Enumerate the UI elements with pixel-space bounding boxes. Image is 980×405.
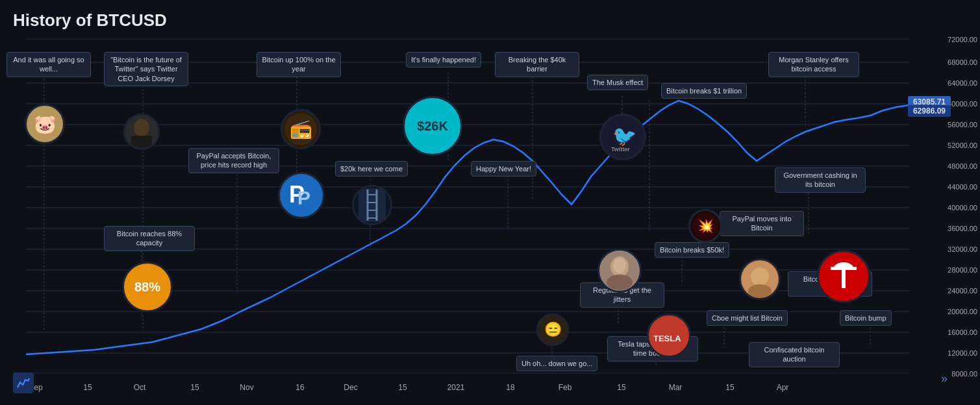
annotation-paypal-accepts: PayPal accepts Bitcoin, price hits recor… [188,148,279,173]
x-label-mar: Mar [669,383,683,392]
svg-rect-44 [358,188,386,222]
annotation-bitcoin-bump: Bitcoin bump [840,310,892,326]
x-label-15b: 15 [190,383,199,392]
circle-icon-88pct: 88% [122,262,173,312]
y-label-28000: 28000.00 [948,266,977,274]
svg-point-63 [748,284,772,297]
y-label-16000: 16000.00 [948,328,977,336]
annotation-40k-barrier: Breaking the $40k barrier [495,52,579,77]
annotation-confiscated-auction: Confiscated bitcoin auction [749,342,840,367]
annotation-paypal-into: PayPal moves into Bitcoin [720,211,804,236]
y-label-52000: 52000.00 [948,141,977,149]
scroll-right-button[interactable]: » [941,372,948,386]
circle-icon-ladder [352,185,392,225]
annotation-50k: Bitcoin breaks $50k! [655,242,729,258]
x-label-15e: 15 [725,383,734,392]
circle-icon-sad: 😑 [536,313,569,346]
y-label-60000: 60000.00 [948,100,977,108]
annotation-100pct: Bitcoin up 100% on the year [257,52,341,77]
circle-icon-paypal: PP [278,172,325,219]
svg-point-62 [751,267,769,286]
annotation-happy-new-year: Happy New Year! [471,161,536,177]
svg-text:💥: 💥 [697,218,714,234]
y-label-36000: 36000.00 [948,225,977,232]
x-label-oct: Oct [134,383,146,392]
y-label-32000: 32000.00 [948,245,977,253]
y-label-48000: 48000.00 [948,162,977,170]
x-label-dec: Dec [344,383,357,392]
x-label-nov: Nov [240,383,253,392]
x-label-feb: Feb [559,383,572,392]
circle-icon-tesla-big [817,250,870,303]
annotation-morgan-stanley: Morgan Stanley offers bitcoin access [768,52,859,77]
annotation-jack-dorsey: "Bitcoin is the future of Twitter" says … [104,52,188,86]
x-label-18: 18 [506,383,514,392]
svg-point-40 [134,119,149,137]
annotation-musk-effect: The Musk effect [587,75,648,90]
x-label-16: 16 [295,383,304,392]
y-label-56000: 56000.00 [948,121,977,129]
svg-text:📻: 📻 [290,118,312,140]
svg-point-56 [607,275,633,290]
svg-text:TESLA: TESLA [653,334,681,343]
x-label-2021: 2021 [447,383,465,392]
y-label-8000: 8000.00 [951,370,977,378]
circle-icon-musk-twitter: 🐦Twitter [599,114,646,160]
x-label-15c: 15 [398,383,407,392]
svg-rect-41 [131,136,152,149]
annotation-gov-cashing: Government cashing in its bitcoin [775,167,866,193]
y-label-20000: 20000.00 [948,308,977,315]
circle-icon-tesla-bounce: TESLA [647,313,691,358]
svg-text:P: P [297,187,310,208]
chart-source-icon [13,373,34,393]
svg-text:🐦: 🐦 [612,125,637,148]
circle-icon-regulator [597,249,642,293]
x-label-15a: 15 [83,383,92,392]
y-label-44000: 44000.00 [948,183,977,191]
circle-icon-26k: $26K [403,96,462,156]
y-label-72000: 72000.00 [948,36,977,43]
annotation-1-trillion: Bitcoin breaks $1 trillion [661,83,747,99]
annotation-down-we-go: Uh oh... down we go... [516,356,597,371]
circle-icon-paypal-bitcoin: 💥 [688,209,722,243]
annotation-cboe: Cboe might list Bitcoin [707,310,788,326]
chart-container: History of BTCUSD [0,0,980,405]
circle-icon-radio: 📻 [281,109,321,149]
circle-icon-dorsey [123,114,160,150]
annotation-all-going-well: And it was all going so well... [6,52,91,77]
x-label-apr: Apr [777,383,789,392]
annotation-88pct-capacity: Bitcoin reaches 88% capacity [104,226,195,251]
y-label-64000: 64000.00 [948,79,977,87]
circle-icon-morgan [739,258,781,300]
circle-icon-bear: 🐷 [25,104,65,144]
svg-text:Twitter: Twitter [611,146,630,153]
y-label-12000: 12000.00 [948,349,977,357]
y-label-40000: 40000.00 [948,204,977,212]
y-label-68000: 68000.00 [948,58,977,66]
price-badge-low: 62986.09 [908,105,951,117]
svg-point-57 [613,258,626,273]
x-label-15d: 15 [617,383,625,392]
annotation-finally-happened: It's finally happened! [406,52,481,68]
y-label-24000: 24000.00 [948,287,977,295]
annotation-20k: $20k here we come [335,161,408,177]
